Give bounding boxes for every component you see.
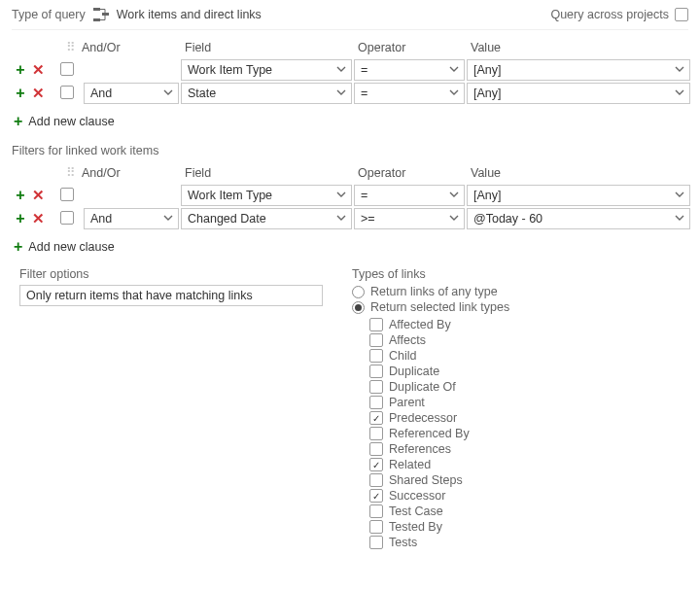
link-type-row[interactable]: Affects bbox=[369, 333, 509, 347]
andor-value: And bbox=[90, 87, 112, 100]
link-type-checkbox[interactable] bbox=[369, 536, 383, 549]
radio-selected-label: Return selected link types bbox=[370, 300, 509, 314]
link-type-row[interactable]: Affected By bbox=[369, 318, 509, 331]
cross-projects-label: Query across projects bbox=[550, 8, 669, 21]
cross-projects-checkbox[interactable] bbox=[675, 8, 688, 21]
add-clause[interactable]: + Add new clause bbox=[14, 113, 115, 130]
chevron-down-icon bbox=[674, 87, 685, 101]
link-type-checkbox[interactable] bbox=[369, 365, 383, 378]
delete-row-button[interactable]: ✕ bbox=[29, 61, 47, 79]
clause-actions: +✕ bbox=[12, 61, 60, 80]
plus-icon: + bbox=[16, 86, 24, 101]
link-type-checkbox[interactable] bbox=[369, 504, 383, 518]
link-type-row[interactable]: Duplicate bbox=[369, 365, 509, 378]
clause-actions: +✕ bbox=[12, 85, 60, 103]
x-icon: ✕ bbox=[32, 188, 45, 202]
plus-icon: + bbox=[14, 113, 22, 130]
grip-icon: ⠿ bbox=[66, 40, 76, 54]
delete-row-button[interactable]: ✕ bbox=[29, 85, 47, 102]
link-type-checkbox[interactable] bbox=[369, 380, 383, 394]
filter-options-value: Only return items that have matching lin… bbox=[26, 289, 253, 302]
link-type-row[interactable]: Duplicate Of bbox=[369, 380, 509, 394]
value-value: [Any] bbox=[473, 63, 502, 77]
operator-value: >= bbox=[361, 212, 375, 226]
chevron-down-icon bbox=[335, 189, 347, 203]
linked-clause-operator-select[interactable]: >= bbox=[354, 208, 465, 229]
clause-value-select[interactable]: [Any] bbox=[467, 59, 690, 81]
add-row-button[interactable]: + bbox=[12, 210, 29, 227]
add-clause-linked[interactable]: + Add new clause bbox=[14, 238, 115, 256]
add-row-button[interactable]: + bbox=[12, 85, 29, 102]
link-type-row[interactable]: Tested By bbox=[369, 520, 509, 534]
link-type-row[interactable]: Tests bbox=[369, 536, 509, 549]
link-type-checkbox[interactable] bbox=[369, 411, 383, 425]
clause-rowcheck bbox=[60, 86, 84, 102]
link-type-row[interactable]: Child bbox=[369, 349, 509, 363]
delete-row-button[interactable]: ✕ bbox=[29, 187, 47, 204]
linked-clause-grid: ⠿ And/Or Field Operator Value +✕Work Ite… bbox=[12, 163, 688, 230]
field-value: Work Item Type bbox=[188, 189, 272, 202]
clause-value-select[interactable]: [Any] bbox=[467, 83, 690, 104]
link-type-checkbox[interactable] bbox=[369, 318, 383, 331]
filter-options-select[interactable]: Only return items that have matching lin… bbox=[19, 285, 323, 306]
linked-clause-operator-select[interactable]: = bbox=[354, 185, 465, 206]
link-type-checkbox[interactable] bbox=[369, 520, 383, 534]
chevron-down-icon bbox=[674, 212, 685, 226]
link-type-label: Parent bbox=[389, 396, 425, 409]
svg-rect-0 bbox=[93, 8, 100, 11]
linked-clause-value-select[interactable]: @Today - 60 bbox=[467, 208, 690, 229]
link-type-row[interactable]: Referenced By bbox=[369, 427, 509, 440]
link-type-checkbox[interactable] bbox=[369, 442, 383, 456]
chevron-down-icon bbox=[162, 212, 174, 226]
add-row-button[interactable]: + bbox=[12, 61, 29, 79]
link-type-checkbox[interactable] bbox=[369, 473, 383, 487]
chevron-down-icon bbox=[674, 63, 685, 78]
linked-clause-andor-select[interactable]: And bbox=[84, 208, 179, 229]
link-type-row[interactable]: Test Case bbox=[369, 504, 509, 518]
plus-icon: + bbox=[16, 188, 24, 203]
operator-value: = bbox=[361, 87, 368, 100]
clause-field-select[interactable]: State bbox=[181, 83, 352, 104]
col-value-l: Value bbox=[467, 164, 692, 184]
field-value: State bbox=[188, 87, 216, 100]
link-type-checkbox[interactable] bbox=[369, 333, 383, 347]
linked-clause-rowcheck bbox=[60, 188, 84, 204]
field-value: Changed Date bbox=[188, 212, 266, 226]
link-type-row[interactable]: Predecessor bbox=[369, 411, 509, 425]
value-value: [Any] bbox=[473, 189, 502, 202]
linked-clause-field-select[interactable]: Work Item Type bbox=[181, 185, 352, 206]
link-type-checkbox[interactable] bbox=[369, 349, 383, 363]
andor-value: And bbox=[90, 212, 112, 226]
link-type-row[interactable]: Related bbox=[369, 458, 509, 471]
linked-clause-value-select[interactable]: [Any] bbox=[467, 185, 690, 206]
filter-options-label: Filter options bbox=[19, 267, 323, 281]
row-checkbox[interactable] bbox=[60, 188, 74, 201]
radio-selected[interactable]: Return selected link types bbox=[352, 300, 509, 314]
link-type-checkbox[interactable] bbox=[369, 489, 383, 503]
x-icon: ✕ bbox=[32, 62, 45, 77]
query-type-value[interactable]: Work items and direct links bbox=[117, 8, 262, 21]
row-checkbox[interactable] bbox=[60, 211, 74, 225]
linked-clause-field-select[interactable]: Changed Date bbox=[181, 208, 352, 229]
link-type-row[interactable]: References bbox=[369, 442, 509, 456]
link-type-label: Tests bbox=[389, 536, 417, 549]
link-type-checkbox[interactable] bbox=[369, 396, 383, 409]
clause-rowcheck bbox=[60, 62, 84, 79]
delete-row-button[interactable]: ✕ bbox=[29, 210, 47, 227]
link-type-row[interactable]: Shared Steps bbox=[369, 473, 509, 487]
chevron-down-icon bbox=[335, 87, 347, 101]
add-row-button[interactable]: + bbox=[12, 187, 29, 204]
link-type-row[interactable]: Successor bbox=[369, 489, 509, 503]
plus-icon: + bbox=[16, 62, 24, 78]
link-type-checkbox[interactable] bbox=[369, 458, 383, 471]
row-checkbox[interactable] bbox=[60, 62, 74, 76]
row-checkbox[interactable] bbox=[60, 86, 74, 99]
clause-operator-select[interactable]: = bbox=[354, 83, 465, 104]
radio-any[interactable]: Return links of any type bbox=[352, 285, 509, 298]
link-type-checkbox[interactable] bbox=[369, 427, 383, 440]
chevron-down-icon bbox=[674, 189, 685, 203]
link-type-row[interactable]: Parent bbox=[369, 396, 509, 409]
clause-field-select[interactable]: Work Item Type bbox=[181, 59, 352, 81]
clause-andor-select[interactable]: And bbox=[84, 83, 179, 104]
clause-operator-select[interactable]: = bbox=[354, 59, 465, 81]
